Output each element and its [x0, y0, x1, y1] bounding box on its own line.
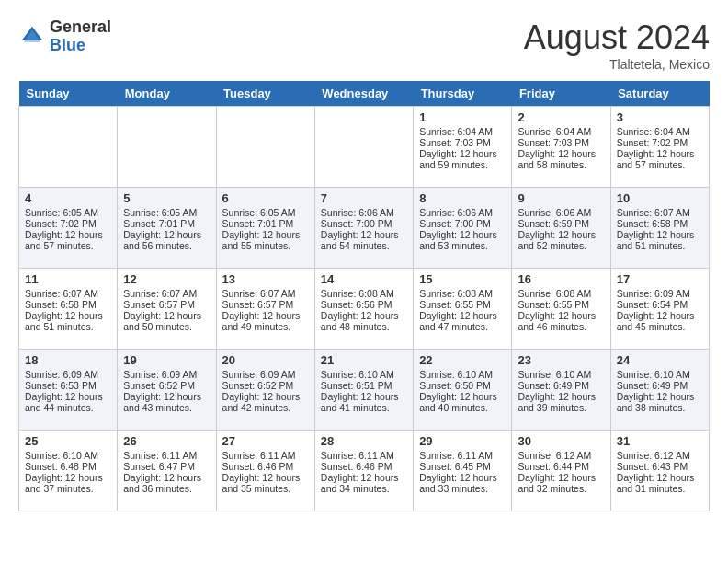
daylight-text: Daylight: 12 hours and 59 minutes. — [419, 148, 506, 170]
week-row-5: 25Sunrise: 6:10 AMSunset: 6:48 PMDayligh… — [19, 431, 710, 511]
page-header: General Blue August 2024 Tlaltetela, Mex… — [18, 18, 710, 72]
calendar-cell: 22Sunrise: 6:10 AMSunset: 6:50 PMDayligh… — [414, 350, 512, 431]
calendar-cell: 6Sunrise: 6:05 AMSunset: 7:01 PMDaylight… — [216, 188, 314, 269]
sunrise-text: Sunrise: 6:06 AM — [419, 207, 506, 218]
daylight-text: Daylight: 12 hours and 39 minutes. — [518, 391, 604, 413]
calendar-cell: 31Sunrise: 6:12 AMSunset: 6:43 PMDayligh… — [610, 431, 709, 511]
calendar-cell: 9Sunrise: 6:06 AMSunset: 6:59 PMDaylight… — [512, 188, 610, 269]
sunrise-text: Sunrise: 6:06 AM — [518, 207, 604, 218]
day-number: 22 — [419, 353, 506, 367]
sunset-text: Sunset: 6:59 PM — [518, 218, 604, 229]
calendar-cell: 25Sunrise: 6:10 AMSunset: 6:48 PMDayligh… — [19, 431, 118, 511]
sunrise-text: Sunrise: 6:09 AM — [123, 369, 210, 380]
sunset-text: Sunset: 7:03 PM — [518, 137, 604, 148]
daylight-text: Daylight: 12 hours and 49 minutes. — [222, 310, 309, 332]
calendar-cell: 1Sunrise: 6:04 AMSunset: 7:03 PMDaylight… — [414, 107, 512, 188]
sunset-text: Sunset: 6:52 PM — [123, 380, 210, 391]
sunset-text: Sunset: 6:47 PM — [123, 461, 210, 472]
calendar-cell: 3Sunrise: 6:04 AMSunset: 7:02 PMDaylight… — [610, 107, 709, 188]
sunset-text: Sunset: 6:46 PM — [321, 461, 407, 472]
sunset-text: Sunset: 6:49 PM — [617, 380, 703, 391]
calendar-cell — [216, 107, 314, 188]
daylight-text: Daylight: 12 hours and 41 minutes. — [321, 391, 407, 413]
sunset-text: Sunset: 6:55 PM — [419, 299, 506, 310]
calendar-cell — [19, 107, 118, 188]
calendar-cell: 26Sunrise: 6:11 AMSunset: 6:47 PMDayligh… — [118, 431, 216, 511]
daylight-text: Daylight: 12 hours and 53 minutes. — [419, 229, 506, 251]
sunrise-text: Sunrise: 6:10 AM — [617, 369, 703, 380]
sunrise-text: Sunrise: 6:10 AM — [25, 450, 111, 461]
calendar-cell: 11Sunrise: 6:07 AMSunset: 6:58 PMDayligh… — [19, 269, 118, 350]
daylight-text: Daylight: 12 hours and 54 minutes. — [321, 229, 407, 251]
day-header-monday: Monday — [118, 81, 216, 107]
day-number: 5 — [123, 191, 210, 205]
day-number: 15 — [419, 272, 506, 286]
day-number: 19 — [123, 353, 210, 367]
calendar-cell: 10Sunrise: 6:07 AMSunset: 6:58 PMDayligh… — [610, 188, 709, 269]
calendar-cell: 18Sunrise: 6:09 AMSunset: 6:53 PMDayligh… — [19, 350, 118, 431]
month-title: August 2024 — [524, 18, 710, 57]
sunset-text: Sunset: 6:57 PM — [222, 299, 309, 310]
sunrise-text: Sunrise: 6:11 AM — [222, 450, 309, 461]
calendar-cell: 15Sunrise: 6:08 AMSunset: 6:55 PMDayligh… — [414, 269, 512, 350]
logo-icon — [18, 23, 46, 51]
daylight-text: Daylight: 12 hours and 40 minutes. — [419, 391, 506, 413]
calendar-cell: 2Sunrise: 6:04 AMSunset: 7:03 PMDaylight… — [512, 107, 610, 188]
week-row-2: 4Sunrise: 6:05 AMSunset: 7:02 PMDaylight… — [19, 188, 710, 269]
sunrise-text: Sunrise: 6:11 AM — [419, 450, 506, 461]
daylight-text: Daylight: 12 hours and 44 minutes. — [25, 391, 111, 413]
calendar-cell — [118, 107, 216, 188]
sunrise-text: Sunrise: 6:08 AM — [419, 288, 506, 299]
daylight-text: Daylight: 12 hours and 42 minutes. — [222, 391, 309, 413]
daylight-text: Daylight: 12 hours and 57 minutes. — [25, 229, 111, 251]
day-number: 16 — [518, 272, 604, 286]
day-number: 8 — [419, 191, 506, 205]
title-area: August 2024 Tlaltetela, Mexico — [524, 18, 710, 72]
sunset-text: Sunset: 7:01 PM — [123, 218, 210, 229]
sunrise-text: Sunrise: 6:07 AM — [25, 288, 111, 299]
sunrise-text: Sunrise: 6:10 AM — [419, 369, 506, 380]
day-number: 13 — [222, 272, 309, 286]
day-header-wednesday: Wednesday — [314, 81, 413, 107]
sunset-text: Sunset: 6:44 PM — [518, 461, 604, 472]
day-number: 9 — [518, 191, 604, 205]
sunrise-text: Sunrise: 6:06 AM — [321, 207, 407, 218]
day-number: 21 — [321, 353, 407, 367]
day-number: 14 — [321, 272, 407, 286]
sunset-text: Sunset: 6:49 PM — [518, 380, 604, 391]
calendar-cell: 17Sunrise: 6:09 AMSunset: 6:54 PMDayligh… — [610, 269, 709, 350]
calendar-cell: 14Sunrise: 6:08 AMSunset: 6:56 PMDayligh… — [314, 269, 413, 350]
sunset-text: Sunset: 6:50 PM — [419, 380, 506, 391]
day-header-saturday: Saturday — [610, 81, 709, 107]
daylight-text: Daylight: 12 hours and 43 minutes. — [123, 391, 210, 413]
day-number: 17 — [617, 272, 703, 286]
sunrise-text: Sunrise: 6:10 AM — [518, 369, 604, 380]
sunrise-text: Sunrise: 6:09 AM — [25, 369, 111, 380]
daylight-text: Daylight: 12 hours and 52 minutes. — [518, 229, 604, 251]
daylight-text: Daylight: 12 hours and 50 minutes. — [123, 310, 210, 332]
sunset-text: Sunset: 6:53 PM — [25, 380, 111, 391]
day-number: 6 — [222, 191, 309, 205]
sunset-text: Sunset: 6:56 PM — [321, 299, 407, 310]
calendar-cell: 30Sunrise: 6:12 AMSunset: 6:44 PMDayligh… — [512, 431, 610, 511]
daylight-text: Daylight: 12 hours and 45 minutes. — [617, 310, 703, 332]
sunset-text: Sunset: 7:00 PM — [419, 218, 506, 229]
sunrise-text: Sunrise: 6:07 AM — [222, 288, 309, 299]
day-header-tuesday: Tuesday — [216, 81, 314, 107]
day-number: 27 — [222, 434, 309, 448]
day-number: 10 — [617, 191, 703, 205]
day-number: 2 — [518, 110, 604, 124]
calendar-cell: 21Sunrise: 6:10 AMSunset: 6:51 PMDayligh… — [314, 350, 413, 431]
day-header-friday: Friday — [512, 81, 610, 107]
sunset-text: Sunset: 6:43 PM — [617, 461, 703, 472]
calendar-cell: 4Sunrise: 6:05 AMSunset: 7:02 PMDaylight… — [19, 188, 118, 269]
sunset-text: Sunset: 6:46 PM — [222, 461, 309, 472]
week-row-3: 11Sunrise: 6:07 AMSunset: 6:58 PMDayligh… — [19, 269, 710, 350]
day-number: 31 — [617, 434, 703, 448]
daylight-text: Daylight: 12 hours and 34 minutes. — [321, 472, 407, 494]
sunrise-text: Sunrise: 6:07 AM — [123, 288, 210, 299]
sunrise-text: Sunrise: 6:08 AM — [321, 288, 407, 299]
day-number: 3 — [617, 110, 703, 124]
sunrise-text: Sunrise: 6:12 AM — [617, 450, 703, 461]
day-number: 23 — [518, 353, 604, 367]
